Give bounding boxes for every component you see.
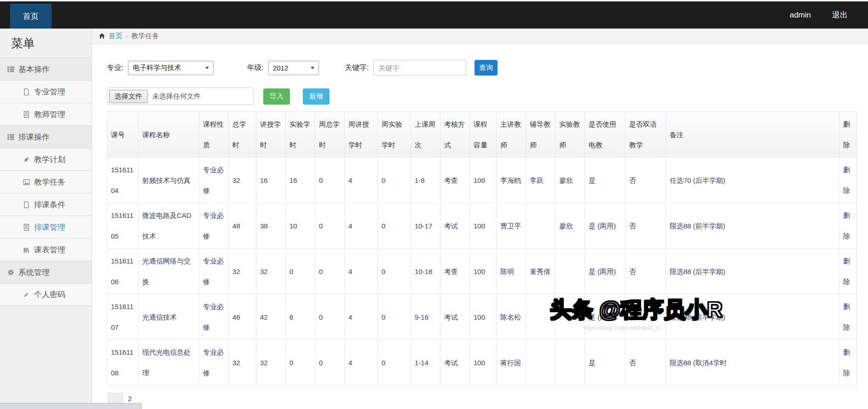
column-header-16: 是否使用电教 [585, 112, 625, 158]
remark: 限选88 (前半学期) [666, 294, 839, 340]
bilingual: 否 [625, 340, 666, 386]
column-header-17: 是否双语教学 [625, 112, 666, 158]
class-weeks: 10-18 [411, 249, 440, 294]
course-id: 15161106 [107, 249, 139, 294]
capacity: 100 [470, 294, 497, 340]
course-name: 射频技术与仿真 [139, 158, 199, 203]
column-header-11: 考核方式 [440, 112, 470, 158]
sidebar-item-6[interactable]: 教学任务 [0, 170, 92, 193]
lab-hours: 16 [286, 158, 315, 203]
breadcrumb: 首页 › 教学任务 [92, 29, 868, 44]
sidebar-item-5[interactable]: 教学计划 [0, 148, 92, 170]
main-teacher: 曹卫平 [497, 203, 526, 249]
uses-multimedia: 是 [585, 158, 625, 203]
delete-link[interactable]: 删除 [843, 257, 850, 286]
assistant-teacher: 童秀倩 [526, 249, 556, 294]
total-hours: 48 [229, 203, 256, 249]
top-navbar: 首页 admin 退出 [0, 1, 868, 29]
course-type: 专业必修 [199, 158, 229, 203]
course-name: 微波电路及CAD技术 [139, 203, 199, 249]
lecture-hours: 38 [256, 203, 286, 249]
lab-hours: 10 [286, 203, 315, 249]
uses-multimedia: 是 (两用) [585, 203, 625, 249]
sidebar-item-label: 排课条件 [34, 199, 65, 210]
assessment: 考试 [440, 294, 470, 340]
home-icon [98, 33, 105, 40]
logout-link[interactable]: 退出 [832, 10, 848, 20]
major-select[interactable]: 电子科学与技术 [128, 61, 214, 75]
sidebar-item-label: 系统管理 [18, 267, 50, 278]
lab-hours: 0 [286, 340, 315, 386]
sidebar-menu: 基本操作专业管理教师管理排课操作教学计划教学任务排课条件排课管理课表管理系统管理… [0, 58, 92, 306]
sidebar-item-label: 课表管理 [34, 245, 65, 255]
sidebar-item-11[interactable]: 个人密码 [0, 283, 92, 306]
course-id: 15161105 [107, 203, 139, 249]
sidebar-item-3[interactable]: 教师管理 [0, 103, 92, 125]
main-teacher: 李海鸥 [497, 158, 526, 203]
add-button[interactable]: 新增 [303, 88, 330, 105]
bilingual: 否 [625, 203, 666, 249]
column-header-3: 课程性质 [199, 112, 229, 158]
main-teacher: 陈明 [497, 249, 526, 294]
sidebar-item-7[interactable]: 排课条件 [0, 193, 92, 216]
class-weeks: 1-14 [411, 340, 440, 386]
file-input: 选择文件 未选择任何文件 [107, 88, 254, 105]
course-name: 光通信网络与交换 [139, 249, 199, 294]
main-area: 首页 › 教学任务 专业: 电子科学与技术 年级: 2012 关键字: 查询 [92, 29, 868, 409]
column-header-5: 讲授学时 [256, 112, 286, 158]
delete-link[interactable]: 删除 [843, 303, 850, 331]
sidebar-item-8[interactable]: 排课管理 [0, 216, 92, 238]
course-type: 专业必修 [199, 340, 229, 386]
weekly-lab-hours: 0 [378, 340, 411, 386]
major-select-value: 电子科学与技术 [133, 64, 181, 72]
pagination: 2 [108, 393, 857, 408]
sidebar-item-1[interactable]: 基本操作 [0, 58, 92, 80]
keyword-label: 关键字: [345, 63, 369, 73]
sidebar-item-label: 排课管理 [34, 222, 65, 233]
choose-file-button[interactable]: 选择文件 [109, 90, 148, 103]
breadcrumb-home-link[interactable]: 首页 [109, 32, 122, 41]
import-button[interactable]: 导入 [263, 88, 290, 105]
file-icon [23, 88, 30, 95]
lab-hours: 0 [286, 249, 315, 294]
sidebar-item-2[interactable]: 专业管理 [0, 80, 92, 103]
total-hours: 32 [229, 340, 256, 386]
th-list-icon [7, 66, 14, 73]
assessment: 考查 [440, 249, 470, 294]
search-button[interactable]: 查询 [475, 60, 498, 76]
grade-select[interactable]: 2012 [268, 61, 319, 75]
remark: 限选88 (前半学期) [666, 203, 839, 249]
column-header-4: 总学时 [229, 112, 256, 158]
courses-table: 课号课程名称课程性质总学时讲授学时实验学时周总学时周讲授学时周实验学时上课周次考… [107, 111, 857, 386]
bilingual: 否 [625, 294, 666, 340]
table-row: 15161108现代光电信息处理专业必修323200401-14考试100蒋行国… [107, 340, 857, 386]
lab-teacher [556, 249, 585, 294]
file-text-icon [23, 224, 30, 231]
delete-link[interactable]: 删除 [843, 211, 850, 240]
sidebar-title: 菜单 [0, 29, 92, 58]
books-icon [23, 246, 30, 253]
sidebar-item-label: 排课操作 [18, 132, 50, 142]
breadcrumb-current: 教学任务 [131, 32, 159, 41]
total-hours: 48 [229, 294, 256, 340]
nav-tab-home[interactable]: 首页 [10, 4, 52, 29]
assessment: 考试 [440, 340, 470, 386]
sidebar-item-10[interactable]: 系统管理 [0, 261, 92, 283]
delete-link[interactable]: 删除 [843, 166, 850, 194]
total-hours: 32 [229, 249, 256, 294]
sidebar-item-9[interactable]: 课表管理 [0, 238, 92, 261]
class-weeks: 9-16 [411, 294, 440, 340]
course-id: 15161107 [107, 294, 139, 340]
keyword-input[interactable] [373, 60, 466, 76]
plug-icon [23, 156, 30, 163]
lecture-hours: 16 [256, 158, 286, 203]
column-header-14: 辅导教师 [526, 112, 556, 158]
status-tooltip [0, 403, 142, 409]
lecture-hours: 32 [256, 340, 286, 386]
course-type: 专业必修 [199, 203, 229, 249]
chevron-down-icon [205, 67, 209, 69]
lecture-hours: 42 [256, 294, 286, 340]
delete-link[interactable]: 删除 [843, 348, 850, 377]
table-row: 15161106光通信网络与交换专业必修3232004010-18考查100陈明… [107, 249, 857, 294]
sidebar-item-4[interactable]: 排课操作 [0, 125, 92, 148]
